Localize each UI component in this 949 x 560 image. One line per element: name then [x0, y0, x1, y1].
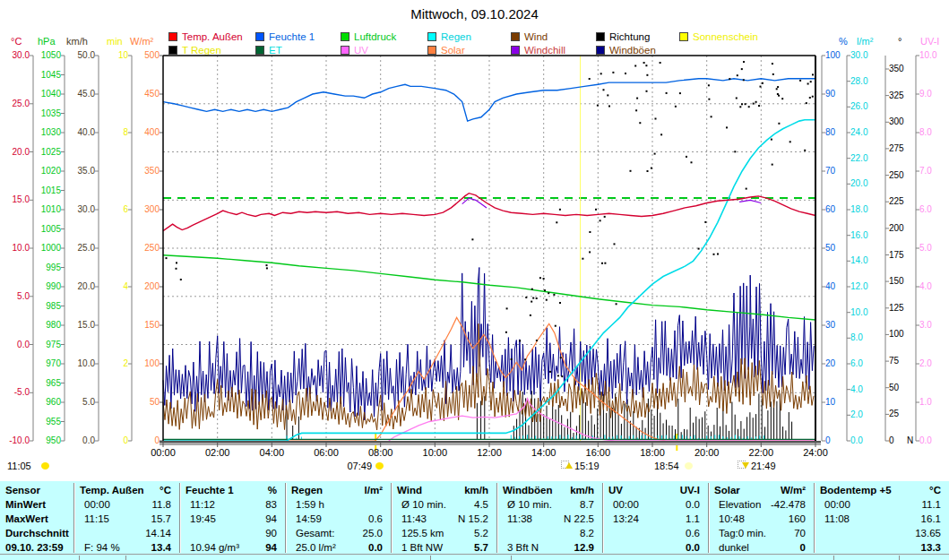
x-tick-label: 12:00 [474, 447, 505, 458]
table-row-label: 09.10. 23:59 [5, 540, 64, 555]
table-cell-value: N 22.5 [496, 512, 594, 526]
table-cell-value: 11.8 [73, 497, 171, 512]
table-cell-value: 90 [179, 526, 277, 540]
strip-separator [833, 556, 834, 560]
summary-table: SensorMinWertMaxWertDurchschnitt09.10. 2… [0, 481, 949, 554]
table-cell-value: 11.1 [814, 497, 941, 512]
table-cell-value: 1.1 [602, 512, 700, 526]
table-col-unit: UV-I [602, 483, 700, 497]
chart-plot-area [0, 0, 949, 481]
x-tick-label: 24:00 [800, 447, 831, 458]
x-tick-label: 22:00 [746, 447, 776, 458]
table-separator-highlight [286, 483, 287, 553]
table-col-unit: % [179, 483, 277, 497]
table-separator-highlight [74, 483, 75, 553]
x-tick-label: 04:00 [256, 447, 287, 458]
table-cell-value: 4.5 [391, 497, 488, 512]
strip-separator [511, 556, 512, 560]
table-row-label: Sensor [5, 483, 40, 497]
table-col-unit: °C [73, 483, 171, 497]
table-col-unit: km/h [496, 483, 594, 497]
table-cell-value: 0.0 [285, 540, 383, 555]
table-cell-value: 0.0 [602, 497, 700, 512]
table-col-unit: l/m² [285, 483, 383, 497]
table-cell-value: 83 [179, 497, 277, 512]
table-cell-value: 13.3 [814, 540, 941, 555]
strip-separator [899, 556, 900, 560]
table-cell-value: 8.7 [496, 497, 594, 512]
table-cell-value: 16.1 [814, 512, 941, 526]
table-separator-highlight [815, 483, 815, 553]
table-separator-highlight [709, 483, 710, 553]
table-cell-label: 1:59 h [296, 497, 324, 512]
sunrise-sun-icon [375, 462, 384, 470]
strip-separator [79, 556, 80, 560]
x-tick-label: 14:00 [529, 447, 559, 458]
table-cell-value: 0.6 [602, 526, 700, 540]
table-row-label: MinWert [5, 497, 46, 512]
table-cell-value: 94 [179, 512, 277, 526]
table-row-label: MaxWert [5, 512, 48, 526]
table-row-label: Durchschnitt [5, 526, 69, 540]
table-cell-value: 14.14 [73, 526, 171, 540]
x-tick-label: 00:00 [148, 447, 178, 458]
table-cell-value: 94 [179, 540, 277, 555]
x-tick-label: 20:00 [692, 447, 722, 458]
x-tick-label: 02:00 [203, 447, 233, 458]
table-cell-value: 0.6 [285, 512, 383, 526]
strip-separator [125, 556, 126, 560]
table-cell-value: 70 [708, 526, 806, 540]
weather-station-day-chart: Mittwoch, 09.10.2024 Temp. AußenFeuchte … [0, 0, 949, 560]
table-cell-value: 13.65 [814, 526, 941, 540]
table-cell-value: 25.0 [285, 526, 383, 540]
moonrise-arrow-icon [565, 462, 573, 469]
table-separator-highlight [497, 483, 498, 553]
table-cell-value: 0 [708, 540, 806, 555]
x-tick-label: 18:00 [637, 447, 668, 458]
table-cell-value: 12.9 [496, 540, 594, 555]
table-col-unit: km/h [391, 483, 488, 497]
x-tick-label: 16:00 [582, 447, 613, 458]
table-cell-value: -42.478 [708, 497, 806, 512]
table-separator-highlight [603, 483, 604, 553]
sunrise-time-label: 07:49 [341, 461, 372, 471]
table-cell-value: N 15.2 [391, 512, 488, 526]
x-tick-label: 10:00 [419, 447, 450, 458]
table-cell-value: 15.7 [73, 512, 171, 526]
x-tick-label: 08:00 [366, 447, 396, 458]
table-cell-value: 8.2 [496, 526, 594, 540]
moonrise-time-label: 15:19 [574, 461, 600, 471]
table-separator-highlight [392, 483, 393, 553]
table-cell-value: 5.2 [391, 526, 488, 540]
table-col-unit: W/m² [708, 483, 806, 497]
day-length-label: 11:05 [7, 461, 31, 471]
strip-separator [430, 556, 431, 560]
table-cell-value: 0.0 [602, 540, 700, 555]
day-length-sun-icon [41, 462, 49, 470]
sunset-time-label: 18:54 [654, 461, 679, 471]
partial-next-row [0, 555, 949, 560]
moonset-arrow-icon [742, 462, 749, 469]
sunset-sun-icon [685, 462, 693, 470]
table-cell-value: 160 [708, 512, 806, 526]
moonset-time-label: 21:49 [751, 461, 776, 471]
table-col-unit: °C [814, 483, 941, 497]
table-separator-highlight [180, 483, 181, 553]
x-tick-label: 06:00 [311, 447, 341, 458]
table-cell-value: 13.4 [73, 540, 171, 555]
table-cell-value: 5.7 [391, 540, 488, 555]
